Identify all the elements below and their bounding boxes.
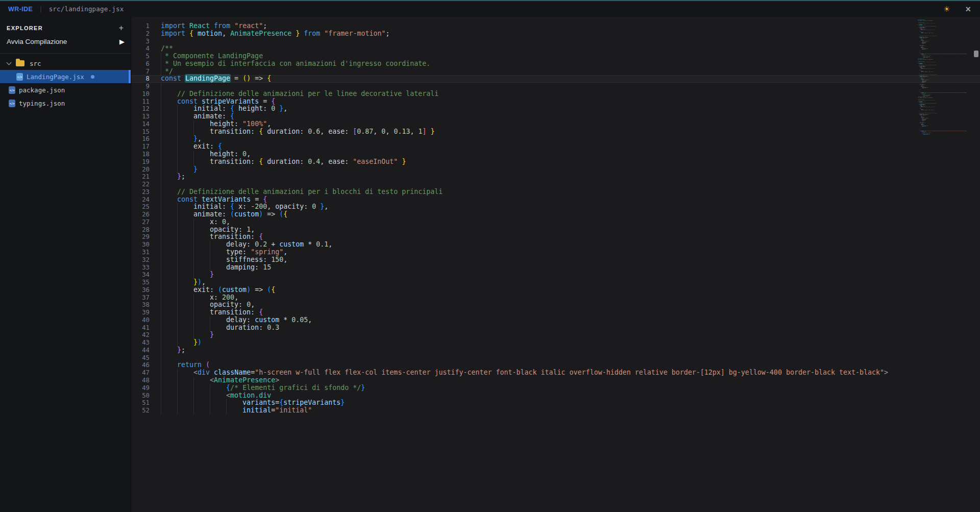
line-number[interactable]: 10 xyxy=(131,90,150,98)
line-number[interactable]: 32 xyxy=(131,256,150,264)
line-number[interactable]: 14 xyxy=(131,120,150,128)
line-content[interactable]: transition: { xyxy=(161,233,980,241)
line-content[interactable]: <div className="h-screen w-full flex fle… xyxy=(161,369,980,377)
line-content[interactable]: height: "100%", xyxy=(161,120,980,128)
line-number[interactable]: 37 xyxy=(131,294,150,302)
code-line-34[interactable]: 34 } xyxy=(131,271,980,279)
code-line-28[interactable]: 28 opacity: 1, xyxy=(131,226,980,234)
line-content[interactable]: initial: { height: 0 }, xyxy=(161,105,980,113)
line-number[interactable]: 44 xyxy=(131,347,150,354)
line-number[interactable]: 28 xyxy=(131,226,150,234)
line-number[interactable]: 50 xyxy=(131,392,150,400)
code-line-38[interactable]: 38 opacity: 0, xyxy=(131,301,980,309)
line-content[interactable]: }, xyxy=(161,135,980,143)
tree-item-src[interactable]: src xyxy=(0,57,131,70)
line-content[interactable]: }; xyxy=(161,173,980,181)
line-content[interactable]: type: "spring", xyxy=(161,249,980,256)
minimap[interactable]: import React from "react";import { motio… xyxy=(918,19,973,173)
code-line-25[interactable]: 25 initial: { x: -200, opacity: 0 }, xyxy=(131,203,980,211)
line-number[interactable]: 26 xyxy=(131,211,150,218)
line-content[interactable]: exit: { xyxy=(161,143,980,151)
line-number[interactable]: 11 xyxy=(131,98,150,106)
line-content[interactable]: height: 0, xyxy=(161,151,980,158)
line-number[interactable]: 17 xyxy=(131,143,150,151)
line-content[interactable]: // Definizione delle animazioni per le l… xyxy=(161,90,980,98)
code-line-19[interactable]: 19 transition: { duration: 0.4, ease: "e… xyxy=(131,158,980,166)
code-line-27[interactable]: 27 x: 0, xyxy=(131,218,980,226)
line-number[interactable]: 49 xyxy=(131,384,150,392)
line-number[interactable]: 22 xyxy=(131,181,150,188)
code-line-26[interactable]: 26 animate: (custom) => ({ xyxy=(131,211,980,218)
code-line-30[interactable]: 30 delay: 0.2 + custom * 0.1, xyxy=(131,241,980,249)
line-number[interactable]: 35 xyxy=(131,279,150,286)
line-content[interactable]: } xyxy=(161,166,980,174)
line-number[interactable]: 47 xyxy=(131,369,150,377)
line-content[interactable]: animate: (custom) => ({ xyxy=(161,211,980,218)
line-number[interactable]: 21 xyxy=(131,173,150,181)
code-line-41[interactable]: 41 duration: 0.3 xyxy=(131,324,980,332)
line-number[interactable]: 31 xyxy=(131,249,150,256)
code-line-3[interactable]: 3 xyxy=(131,38,980,45)
line-number[interactable]: 52 xyxy=(131,407,150,415)
code-line-5[interactable]: 5 * Componente LandingPage xyxy=(131,53,980,60)
code-line-40[interactable]: 40 delay: custom * 0.05, xyxy=(131,316,980,324)
line-number[interactable]: 7 xyxy=(131,68,150,76)
chevron-down-icon[interactable] xyxy=(7,60,12,65)
line-number[interactable]: 15 xyxy=(131,128,150,136)
line-number[interactable]: 41 xyxy=(131,324,150,332)
code-line-47[interactable]: 47 <div className="h-screen w-full flex … xyxy=(131,369,980,377)
line-content[interactable]: }), xyxy=(161,279,980,286)
code-line-33[interactable]: 33 damping: 15 xyxy=(131,264,980,272)
line-content[interactable]: initial: { x: -200, opacity: 0 }, xyxy=(161,203,980,211)
line-number[interactable]: 16 xyxy=(131,135,150,143)
line-number[interactable]: 13 xyxy=(131,113,150,120)
line-number[interactable]: 51 xyxy=(131,399,150,407)
line-number[interactable]: 27 xyxy=(131,218,150,226)
line-content[interactable]: <AnimatePresence> xyxy=(161,377,980,384)
line-number[interactable]: 19 xyxy=(131,158,150,166)
code-line-37[interactable]: 37 x: 200, xyxy=(131,294,980,302)
line-content[interactable] xyxy=(161,83,980,90)
scrollbar-thumb[interactable] xyxy=(974,51,978,57)
line-number[interactable]: 9 xyxy=(131,83,150,90)
line-number[interactable]: 12 xyxy=(131,105,150,113)
code-line-14[interactable]: 14 height: "100%", xyxy=(131,120,980,128)
line-number[interactable]: 24 xyxy=(131,196,150,204)
code-line-13[interactable]: 13 animate: { xyxy=(131,113,980,120)
line-content[interactable]: }; xyxy=(161,347,980,354)
code-line-31[interactable]: 31 type: "spring", xyxy=(131,249,980,256)
line-content[interactable]: stiffness: 150, xyxy=(161,256,980,264)
line-content[interactable]: const textVariants = { xyxy=(161,196,980,204)
line-number[interactable]: 2 xyxy=(131,30,150,38)
line-content[interactable]: delay: custom * 0.05, xyxy=(161,316,980,324)
line-content[interactable]: variants={stripeVariants} xyxy=(161,399,980,407)
line-content[interactable]: transition: { duration: 0.6, ease: [0.87… xyxy=(161,128,980,136)
theme-toggle-icon[interactable]: ☀ xyxy=(943,5,950,13)
code-line-17[interactable]: 17 exit: { xyxy=(131,143,980,151)
line-content[interactable]: x: 0, xyxy=(161,218,980,226)
line-content[interactable]: return ( xyxy=(161,361,980,369)
line-content[interactable]: import React from "react"; xyxy=(161,22,980,30)
code-line-8[interactable]: 8const LandingPage = () => { xyxy=(131,75,980,83)
line-content[interactable]: * Componente LandingPage xyxy=(161,53,980,60)
tree-item-typings-json[interactable]: </>typings.json xyxy=(0,96,131,110)
line-content[interactable]: exit: (custom) => ({ xyxy=(161,286,980,294)
code-line-51[interactable]: 51 variants={stripeVariants} xyxy=(131,399,980,407)
line-number[interactable]: 18 xyxy=(131,151,150,158)
line-number[interactable]: 6 xyxy=(131,60,150,68)
line-content[interactable]: animate: { xyxy=(161,113,980,120)
code-editor[interactable]: 1import React from "react";2import { mot… xyxy=(131,17,980,512)
line-content[interactable]: /** xyxy=(161,45,980,53)
code-line-9[interactable]: 9 xyxy=(131,83,980,90)
code-line-4[interactable]: 4/** xyxy=(131,45,980,53)
code-line-42[interactable]: 42 } xyxy=(131,331,980,339)
run-button[interactable]: Avvia Compilazione ▶ xyxy=(0,32,131,45)
code-line-50[interactable]: 50 <motion.div xyxy=(131,392,980,400)
line-content[interactable]: duration: 0.3 xyxy=(161,324,980,332)
line-number[interactable]: 1 xyxy=(131,22,150,30)
line-content[interactable]: transition: { duration: 0.4, ease: "ease… xyxy=(161,158,980,166)
code-line-11[interactable]: 11 const stripeVariants = { xyxy=(131,98,980,106)
line-content[interactable]: } xyxy=(161,331,980,339)
line-content[interactable]: initial="initial" xyxy=(161,407,980,415)
line-number[interactable]: 29 xyxy=(131,233,150,241)
